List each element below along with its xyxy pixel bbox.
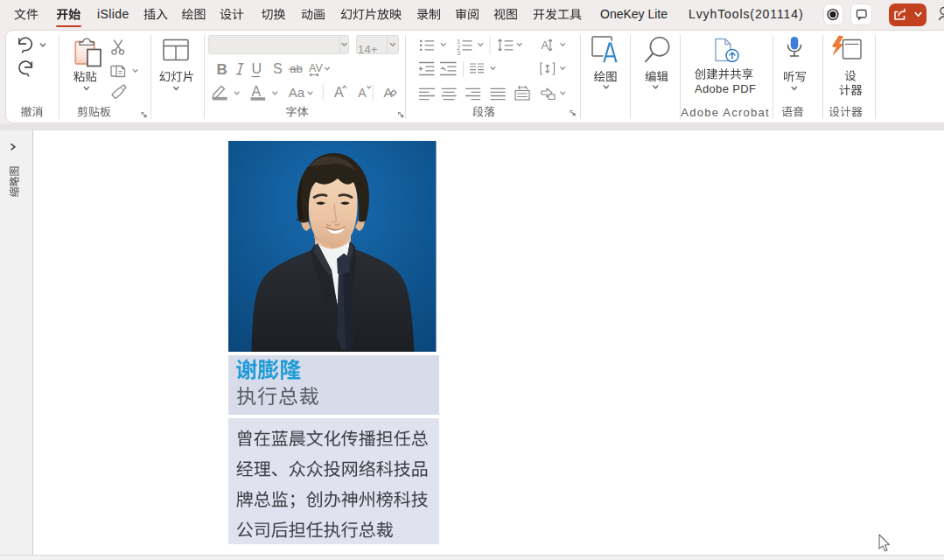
svg-text:3: 3 [457, 49, 460, 57]
svg-text:A: A [542, 38, 549, 52]
